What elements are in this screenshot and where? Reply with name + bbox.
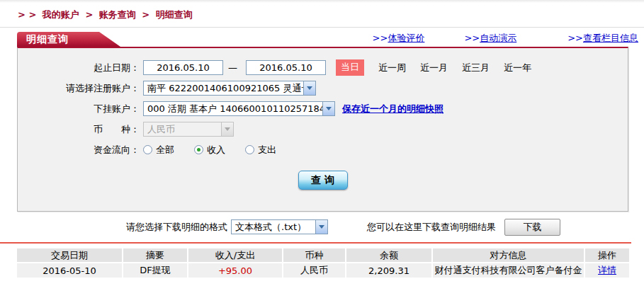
currency-value: 人民币 [144, 123, 221, 136]
date-range-label: 起止日期： [18, 62, 140, 74]
query-button-row: 查 询 [18, 171, 628, 190]
breadcrumb-item-detail-query[interactable]: 明细查询 [156, 9, 193, 20]
date-to-input[interactable] [246, 60, 326, 75]
auto-demo-link[interactable]: >>自动演示 [464, 32, 516, 45]
header-counterparty: 对方信息 [433, 248, 584, 262]
sub-account-value: 000 活期 基本户 1406600101102571848 [144, 103, 322, 115]
sub-account-label: 下挂账户： [18, 103, 140, 115]
download-row: 请您选择下载明细的格式 文本格式（.txt） 您可以在这里下载查询明细结果 下载 [0, 218, 644, 236]
date-range-row: 起止日期： — 当日 近一周 近一月 近三月 近一年 [18, 57, 628, 78]
download-button[interactable]: 下载 [504, 219, 560, 236]
download-hint-text: 您可以在这里下载查询明细结果 [367, 221, 496, 234]
quick-range-today-button[interactable]: 当日 [336, 59, 364, 76]
flow-all-radio[interactable]: 全部 [143, 144, 174, 156]
panel-tab-title: 明细查询 [17, 32, 120, 47]
breadcrumb-divider [0, 27, 644, 28]
date-separator: — [228, 62, 237, 73]
cell-balance: 2,209.31 [346, 263, 431, 278]
date-from-input[interactable] [143, 60, 223, 75]
flow-all-label: 全部 [156, 144, 174, 156]
header-income-expense: 收入/支出 [188, 248, 282, 262]
registered-account-row: 请选择注册账户： 南平 6222001406100921065 灵通卡 [18, 78, 628, 98]
registered-account-label: 请选择注册账户： [18, 82, 140, 95]
save-snapshot-link[interactable]: 保存近一个月的明细快照 [342, 103, 444, 115]
flow-expense-label: 支出 [258, 144, 276, 156]
flow-direction-radio-group: 全部 收入 支出 [143, 144, 296, 156]
flow-income-radio[interactable]: 收入 [194, 144, 225, 156]
cell-trade-date: 2016-05-10 [17, 263, 122, 278]
header-summary: 摘要 [123, 248, 187, 262]
table-top-divider [0, 242, 631, 244]
breadcrumb-separator: > [142, 9, 149, 20]
select-arrow-button [322, 102, 334, 115]
flow-income-label: 收入 [207, 144, 225, 156]
quick-range-week-button[interactable]: 近一周 [378, 62, 406, 74]
cell-summary: DF提现 [123, 263, 187, 278]
radio-checked-icon [194, 145, 203, 154]
sub-account-select[interactable]: 000 活期 基本户 1406600101102571848 [143, 101, 335, 116]
flow-direction-row: 资金流向： 全部 收入 支出 [18, 139, 628, 160]
download-format-value: 文本格式（.txt） [232, 221, 315, 234]
currency-select: 人民币 [143, 122, 234, 137]
chevron-down-icon [307, 86, 312, 90]
panel-links: >>体验评价 >>自动演示 >>查看栏目信息 [373, 32, 638, 45]
breadcrumb: > > 我的账户 > 账务查询 > 明细查询 [0, 3, 644, 21]
breadcrumb-item-account-query[interactable]: 账务查询 [99, 9, 136, 20]
chevron-down-icon [319, 225, 324, 229]
currency-row: 币 种： 人民币 [18, 119, 628, 139]
header-currency: 币种 [283, 248, 345, 262]
currency-label: 币 种： [18, 123, 140, 136]
cell-currency: 人民币 [283, 263, 345, 278]
cell-action: 详情 [585, 263, 629, 278]
detail-query-form: 起止日期： — 当日 近一周 近一月 近三月 近一年 请选择注册账户： 南平 6… [17, 47, 628, 212]
experience-rating-link[interactable]: >>体验评价 [373, 32, 425, 45]
select-arrow-button [221, 122, 233, 136]
breadcrumb-prefix: > > [18, 9, 36, 20]
registered-account-value: 南平 6222001406100921065 灵通卡 [144, 82, 303, 95]
panel-tab-row: 明细查询 >>体验评价 >>自动演示 >>查看栏目信息 [17, 32, 638, 47]
flow-expense-radio[interactable]: 支出 [245, 144, 276, 156]
header-trade-date: 交易日期 [17, 248, 122, 262]
table-row: 2016-05-10 DF提现 +95.00 人民币 2,209.31 财付通支… [17, 263, 629, 278]
detail-link[interactable]: 详情 [598, 265, 616, 275]
quick-range-month-button[interactable]: 近一月 [420, 62, 448, 74]
chevron-down-icon [225, 127, 230, 131]
radio-icon [143, 145, 152, 154]
breadcrumb-item-my-account[interactable]: 我的账户 [43, 9, 79, 20]
select-arrow-button [315, 220, 327, 234]
quick-range-year-button[interactable]: 近一年 [504, 62, 531, 74]
sub-account-row: 下挂账户： 000 活期 基本户 1406600101102571848 保存近… [18, 98, 628, 119]
table-header-row: 交易日期 摘要 收入/支出 币种 余额 对方信息 操作 [17, 248, 629, 262]
download-format-select[interactable]: 文本格式（.txt） [231, 219, 328, 234]
radio-icon [245, 145, 254, 154]
select-arrow-button [303, 81, 315, 95]
query-button[interactable]: 查 询 [298, 171, 348, 190]
view-column-info-link[interactable]: >>查看栏目信息 [567, 32, 638, 45]
transaction-table: 交易日期 摘要 收入/支出 币种 余额 对方信息 操作 2016-05-10 D… [16, 247, 631, 279]
download-format-label: 请您选择下载明细的格式 [126, 221, 227, 234]
quick-range-quarter-button[interactable]: 近三月 [462, 62, 490, 74]
header-balance: 余额 [346, 248, 431, 262]
flow-direction-label: 资金流向： [18, 144, 140, 156]
cell-amount: +95.00 [188, 263, 282, 278]
cell-counterparty: 财付通支付科技有限公司客户备付金 [433, 263, 584, 278]
breadcrumb-separator: > [85, 9, 93, 20]
header-action: 操作 [585, 248, 629, 262]
registered-account-select[interactable]: 南平 6222001406100921065 灵通卡 [143, 81, 316, 96]
chevron-down-icon [326, 107, 332, 110]
